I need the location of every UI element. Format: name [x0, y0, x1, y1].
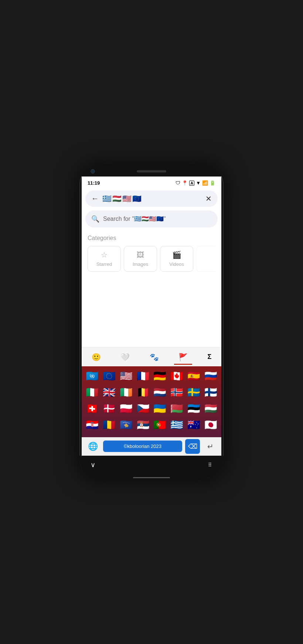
emoji-by[interactable]: 🇧🇾 — [169, 402, 185, 416]
emoji-ru[interactable]: 🇷🇺 — [203, 369, 218, 383]
emoji-fi[interactable]: 🇫🇮 — [203, 386, 218, 400]
emoji-gr[interactable]: 🇬🇷 — [169, 418, 185, 432]
battery-icon: 🔋 — [210, 180, 215, 186]
emoji-cz[interactable]: 🇨🇿 — [135, 402, 151, 416]
tab-flag[interactable]: 🚩 — [174, 350, 192, 365]
videos-icon: 🎬 — [172, 250, 181, 259]
search-header: ← 🇬🇷🇭🇺🇺🇸🇪🇺 ✕ — [85, 191, 218, 207]
emoji-ie[interactable]: 🇮🇪 — [118, 386, 134, 400]
tab-heart[interactable]: 🤍 — [116, 350, 134, 365]
tab-paw[interactable]: 🐾 — [145, 350, 163, 365]
globe-button[interactable]: 🌐 — [85, 439, 100, 454]
categories-section: Categories ☆ Starred 🖼 Images 🎬 Videos — [82, 230, 221, 275]
search-header-left: ← 🇬🇷🇭🇺🇺🇸🇪🇺 — [91, 194, 142, 203]
category-videos[interactable]: 🎬 Videos — [160, 246, 193, 272]
emoji-row-1: 🇺🇳 🇪🇺 🇺🇸 🇫🇷 🇩🇪 🇨🇦 🇪🇸 🇷🇺 — [84, 369, 219, 383]
starred-label: Starred — [96, 261, 112, 267]
emoji-xk[interactable]: 🇽🇰 — [118, 418, 134, 432]
emoji-dk[interactable]: 🇩🇰 — [102, 402, 117, 416]
status-bar: 11:19 🛡 📍 A ▼ 📶 🔋 — [82, 177, 221, 188]
emoji-pl[interactable]: 🇵🇱 — [118, 402, 134, 416]
categories-grid: ☆ Starred 🖼 Images 🎬 Videos — [88, 246, 215, 272]
emoji-au[interactable]: 🇦🇺 — [186, 418, 201, 432]
header-flags: 🇬🇷🇭🇺🇺🇸🇪🇺 — [102, 194, 142, 203]
images-label: Images — [133, 261, 149, 267]
videos-label: Videos — [169, 261, 184, 267]
search-bar[interactable]: 🔍 Search for "🇬🇷🇭🇺🇺🇸🇪🇺" — [85, 210, 218, 227]
phone-screen: 11:19 🛡 📍 A ▼ 📶 🔋 ← 🇬🇷🇭🇺🇺🇸🇪🇺 ✕ — [82, 177, 221, 456]
tab-sigma[interactable]: Σ — [203, 351, 216, 364]
category-starred[interactable]: ☆ Starred — [88, 246, 121, 272]
emoji-gb[interactable]: 🇬🇧 — [102, 386, 117, 400]
category-more[interactable] — [196, 246, 215, 272]
emoji-eu[interactable]: 🇪🇺 — [102, 369, 117, 383]
wifi-icon: ▼ — [196, 180, 201, 186]
back-button[interactable]: ← — [91, 194, 99, 203]
emoji-ca[interactable]: 🇨🇦 — [169, 369, 185, 383]
status-icons: 🛡 📍 A ▼ 📶 🔋 — [176, 180, 215, 186]
emoji-no[interactable]: 🇳🇴 — [169, 386, 185, 400]
location-icon: 📍 — [182, 180, 188, 186]
backspace-button[interactable]: ⌫ — [185, 439, 200, 454]
emoji-jp[interactable]: 🇯🇵 — [203, 418, 218, 432]
images-icon: 🖼 — [137, 251, 144, 259]
nav-chevron-icon[interactable]: ∨ — [91, 461, 95, 469]
nav-apps-icon[interactable]: ⠿ — [208, 462, 212, 468]
emoji-de[interactable]: 🇩🇪 — [152, 369, 168, 383]
emoji-ee[interactable]: 🇪🇪 — [186, 402, 201, 416]
emoji-hr[interactable]: 🇭🇷 — [85, 418, 100, 432]
emoji-it[interactable]: 🇮🇹 — [85, 386, 100, 400]
emoji-row-3: 🇨🇭 🇩🇰 🇵🇱 🇨🇿 🇺🇦 🇧🇾 🇪🇪 🇭🇺 — [84, 402, 219, 416]
copyright-button[interactable]: ©kboloorian 2023 — [103, 441, 182, 452]
emoji-ro[interactable]: 🇷🇴 — [102, 418, 117, 432]
phone-speaker — [137, 170, 166, 172]
categories-title: Categories — [88, 235, 215, 242]
phone-frame: 11:19 🛡 📍 A ▼ 📶 🔋 ← 🇬🇷🇭🇺🇺🇸🇪🇺 ✕ — [79, 166, 224, 478]
emoji-row-2: 🇮🇹 🇬🇧 🇮🇪 🇧🇪 🇳🇱 🇳🇴 🇸🇪 🇫🇮 — [84, 386, 219, 400]
emoji-es[interactable]: 🇪🇸 — [186, 369, 201, 383]
emoji-ua[interactable]: 🇺🇦 — [152, 402, 168, 416]
phone-top-bar — [79, 166, 224, 177]
emoji-nl[interactable]: 🇳🇱 — [152, 386, 168, 400]
search-icon: 🔍 — [91, 215, 99, 223]
emoji-hu[interactable]: 🇭🇺 — [203, 402, 218, 416]
search-placeholder: Search for "🇬🇷🇭🇺🇺🇸🇪🇺" — [103, 215, 166, 222]
phone-bottom-nav: ∨ ⠿ — [79, 456, 224, 474]
emoji-us[interactable]: 🇺🇸 — [118, 369, 134, 383]
emoji-row-4: 🇭🇷 🇷🇴 🇽🇰 🇷🇸 🇵🇹 🇬🇷 🇦🇺 🇯🇵 — [84, 418, 219, 432]
emoji-tabs: 🙂 🤍 🐾 🚩 Σ — [82, 347, 221, 366]
home-indicator — [133, 477, 170, 478]
status-time: 11:19 — [88, 180, 100, 186]
emoji-keyboard: 🇺🇳 🇪🇺 🇺🇸 🇫🇷 🇩🇪 🇨🇦 🇪🇸 🇷🇺 🇮🇹 🇬🇧 🇮🇪 🇧🇪 🇳 — [82, 366, 221, 437]
signal-icon: 📶 — [202, 180, 208, 186]
tab-smiley[interactable]: 🙂 — [87, 350, 105, 365]
emoji-un[interactable]: 🇺🇳 — [85, 369, 100, 383]
shield-icon: 🛡 — [176, 180, 180, 186]
phone-camera — [91, 169, 95, 174]
emoji-se[interactable]: 🇸🇪 — [186, 386, 201, 400]
emoji-rs[interactable]: 🇷🇸 — [135, 418, 151, 432]
starred-icon: ☆ — [101, 250, 108, 259]
emoji-fr[interactable]: 🇫🇷 — [135, 369, 151, 383]
keyboard-bottom: 🌐 ©kboloorian 2023 ⌫ ↵ — [82, 437, 221, 456]
category-images[interactable]: 🖼 Images — [124, 246, 157, 272]
emoji-be[interactable]: 🇧🇪 — [135, 386, 151, 400]
enter-button[interactable]: ↵ — [203, 439, 218, 454]
emoji-pt[interactable]: 🇵🇹 — [152, 418, 168, 432]
content-spacer — [82, 275, 221, 340]
translate-icon: A — [189, 181, 194, 186]
phone-home-bar — [79, 474, 224, 478]
close-button[interactable]: ✕ — [205, 194, 212, 203]
emoji-ch[interactable]: 🇨🇭 — [85, 402, 100, 416]
